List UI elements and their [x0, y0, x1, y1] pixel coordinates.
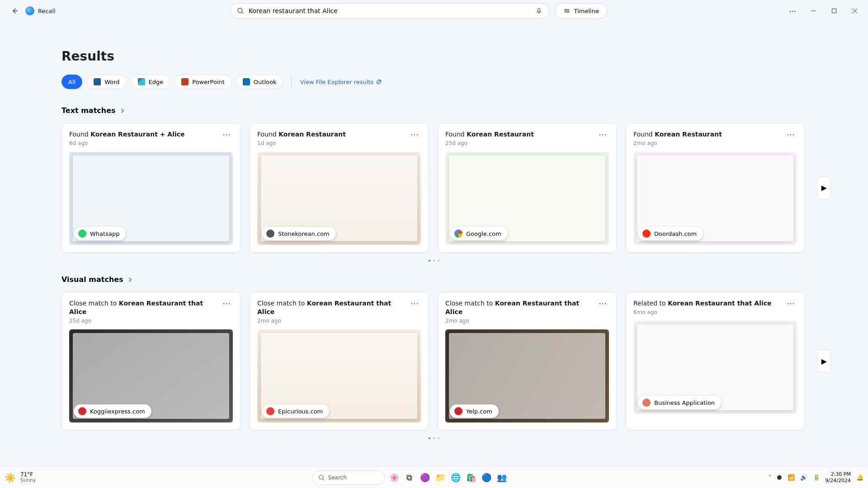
- result-card[interactable]: Close match to Korean Restaurant that Al…: [61, 292, 241, 430]
- taskbar-weather[interactable]: ☀️ 71°F Sunny: [5, 472, 36, 483]
- section-header-text-matches[interactable]: Text matches: [61, 106, 807, 115]
- filter-chip-powerpoint[interactable]: PowerPoint: [175, 75, 231, 89]
- card-more-button[interactable]: ⋯: [785, 299, 797, 308]
- file-explorer-link[interactable]: View File Explorer results: [300, 79, 382, 85]
- card-title: Found Korean Restaurant + Alice: [69, 131, 185, 138]
- filter-chip-outlook[interactable]: Outlook: [236, 75, 283, 89]
- svg-rect-1: [538, 8, 540, 12]
- taskbar-copilot[interactable]: 🟣: [419, 472, 431, 483]
- source-icon: [642, 230, 651, 238]
- card-age: 2mo ago: [445, 318, 597, 324]
- taskbar-teams[interactable]: 👥: [496, 472, 508, 483]
- back-button[interactable]: [7, 4, 22, 18]
- result-card[interactable]: Close match to Korean Restaurant that Al…: [250, 292, 429, 430]
- filter-chip-word[interactable]: Word: [87, 75, 126, 89]
- source-label: Whatsapp: [90, 230, 119, 237]
- tray-wifi-icon[interactable]: 📶: [788, 474, 795, 481]
- taskbar-task-view[interactable]: ⧉: [404, 472, 415, 483]
- word-icon: [94, 78, 101, 85]
- card-thumbnail: Google.com: [445, 152, 609, 245]
- divider: [291, 77, 292, 87]
- source-pill: Business Application: [638, 396, 721, 409]
- timeline-button[interactable]: Timeline: [555, 3, 608, 19]
- result-card[interactable]: Close match to Korean Restaurant that Al…: [438, 292, 617, 430]
- taskbar-store[interactable]: 🛍️: [465, 472, 477, 483]
- source-label: Google.com: [466, 230, 501, 237]
- section-title: Text matches: [61, 106, 116, 115]
- card-age: 25d ago: [445, 140, 534, 146]
- minimize-button[interactable]: [803, 4, 824, 18]
- start-button[interactable]: [297, 472, 309, 483]
- taskbar-app-1[interactable]: 🌸: [388, 472, 400, 483]
- card-more-button[interactable]: ⋯: [221, 130, 233, 139]
- powerpoint-icon: [181, 78, 189, 85]
- card-title: Close match to Korean Restaurant that Al…: [257, 300, 391, 315]
- weather-desc: Sunny: [20, 478, 36, 483]
- result-card[interactable]: Found Korean Restaurant + Alice 6d ago ⋯…: [61, 123, 241, 253]
- search-box[interactable]: [230, 3, 549, 19]
- microphone-icon[interactable]: [535, 7, 542, 14]
- taskbar-file-explorer[interactable]: 📁: [434, 472, 446, 483]
- source-icon: [78, 230, 86, 238]
- titlebar: Recall Timeline ⋯: [0, 0, 868, 22]
- taskbar-search[interactable]: Search: [312, 470, 385, 485]
- card-more-button[interactable]: ⋯: [597, 299, 609, 308]
- taskbar-recall[interactable]: 🔵: [481, 472, 492, 483]
- taskbar-center: Search 🌸 ⧉ 🟣 📁 🌐 🛍️ 🔵 👥: [297, 470, 508, 485]
- card-more-button[interactable]: ⋯: [597, 130, 609, 139]
- source-icon: [642, 399, 651, 407]
- card-title: Close match to Korean Restaurant that Al…: [69, 300, 203, 315]
- card-title: Found Korean Restaurant: [257, 131, 346, 138]
- pagination-dots-visual: [61, 437, 807, 439]
- weather-icon: ☀️: [5, 472, 16, 483]
- row-next-button[interactable]: ▶: [817, 177, 831, 199]
- result-card[interactable]: Found Korean Restaurant 25d ago ⋯ Google…: [438, 123, 617, 253]
- source-icon: [78, 407, 86, 415]
- card-title: Found Korean Restaurant: [445, 131, 534, 138]
- svg-point-5: [319, 475, 323, 479]
- notifications-icon[interactable]: 🔔: [856, 474, 863, 481]
- tray-volume-icon[interactable]: 🔊: [800, 474, 807, 481]
- result-card[interactable]: Related to Korean Restaurant that Alice …: [626, 292, 805, 430]
- section-header-visual-matches[interactable]: Visual matches: [61, 275, 807, 284]
- edge-icon: [138, 78, 145, 85]
- tray-security-icon[interactable]: ⬢: [777, 474, 782, 481]
- text-matches-row: Found Korean Restaurant + Alice 6d ago ⋯…: [61, 123, 807, 253]
- svg-rect-4: [832, 9, 836, 13]
- close-button[interactable]: [844, 4, 865, 18]
- tray-battery-icon[interactable]: 🔋: [813, 474, 820, 481]
- card-title: Found Korean Restaurant: [633, 131, 722, 138]
- card-more-button[interactable]: ⋯: [785, 130, 797, 139]
- page-title: Results: [61, 49, 807, 64]
- card-more-button[interactable]: ⋯: [409, 299, 421, 308]
- filter-chip-edge[interactable]: Edge: [131, 75, 170, 89]
- card-more-button[interactable]: ⋯: [221, 299, 233, 308]
- row-next-button[interactable]: ▶: [817, 350, 831, 372]
- card-thumbnail: Doordash.com: [633, 152, 797, 245]
- pagination-dots-text: [61, 260, 807, 262]
- tray-chevron-up-icon[interactable]: ˄: [769, 474, 772, 481]
- source-pill: Google.com: [450, 227, 508, 240]
- card-age: 1d ago: [257, 140, 346, 146]
- main-content: Results All Word Edge PowerPoint Outlook…: [0, 22, 868, 474]
- visual-matches-row: Close match to Korean Restaurant that Al…: [61, 292, 807, 430]
- taskbar-edge[interactable]: 🌐: [450, 472, 462, 483]
- source-label: Business Application: [654, 399, 715, 406]
- source-pill: Whatsapp: [74, 227, 126, 240]
- result-card[interactable]: Found Korean Restaurant 1d ago ⋯ Stoneko…: [250, 123, 429, 253]
- taskbar-clock[interactable]: 2:30 PM 9/24/2024: [826, 471, 851, 483]
- source-pill: Stonekorean.com: [262, 227, 336, 240]
- card-title: Close match to Korean Restaurant that Al…: [445, 300, 579, 315]
- card-more-button[interactable]: ⋯: [409, 130, 421, 139]
- card-thumbnail: Stonekorean.com: [257, 152, 421, 245]
- maximize-button[interactable]: [824, 4, 844, 18]
- source-pill: Koggiiexpress.com: [74, 404, 151, 418]
- search-input[interactable]: [249, 7, 531, 14]
- source-label: Doordash.com: [654, 230, 697, 237]
- filter-row: All Word Edge PowerPoint Outlook View Fi…: [61, 75, 807, 89]
- arrow-left-icon: [11, 7, 18, 14]
- svg-point-3: [567, 12, 568, 13]
- filter-chip-all[interactable]: All: [61, 75, 82, 89]
- result-card[interactable]: Found Korean Restaurant 2mo ago ⋯ Doorda…: [626, 123, 805, 253]
- app-menu-button[interactable]: ⋯: [782, 4, 803, 18]
